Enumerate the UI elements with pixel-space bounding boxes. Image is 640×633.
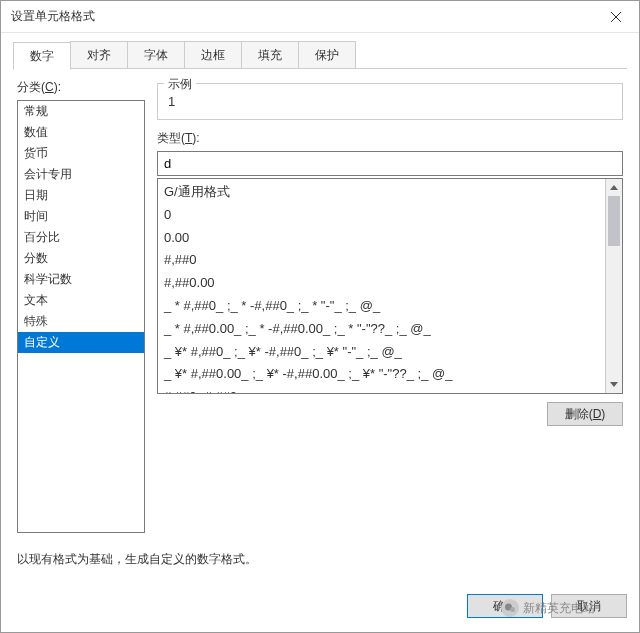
dialog-body: 数字对齐字体边框填充保护 分类(C): 常规数值货币会计专用日期时间百分比分数科… — [1, 33, 639, 584]
type-item[interactable]: _ * #,##0.00_ ;_ * -#,##0.00_ ;_ * "-"??… — [158, 318, 605, 341]
type-item[interactable]: G/通用格式 — [158, 181, 605, 204]
titlebar: 设置单元格格式 — [1, 1, 639, 33]
type-item[interactable]: #,##0.00 — [158, 272, 605, 295]
category-item[interactable]: 时间 — [18, 206, 144, 227]
category-item[interactable]: 常规 — [18, 101, 144, 122]
category-item[interactable]: 货币 — [18, 143, 144, 164]
scroll-thumb[interactable] — [608, 196, 620, 246]
close-button[interactable] — [593, 1, 639, 33]
delete-row: 删除(D) — [157, 402, 623, 426]
detail-column: 示例 1 类型(T): G/通用格式00.00#,##0#,##0.00_ * … — [157, 79, 623, 533]
type-item[interactable]: _ ¥* #,##0.00_ ;_ ¥* -#,##0.00_ ;_ ¥* "-… — [158, 363, 605, 386]
example-group: 示例 1 — [157, 83, 623, 120]
ok-button[interactable]: 确定 — [467, 594, 543, 618]
tab-2[interactable]: 字体 — [127, 41, 185, 68]
scroll-up-button[interactable] — [606, 179, 622, 196]
tab-0[interactable]: 数字 — [13, 42, 71, 70]
content-layout: 分类(C): 常规数值货币会计专用日期时间百分比分数科学记数文本特殊自定义 示例… — [17, 79, 623, 533]
scrollbar[interactable] — [605, 179, 622, 393]
type-item[interactable]: 0.00 — [158, 227, 605, 250]
hint-text: 以现有格式为基础，生成自定义的数字格式。 — [17, 551, 623, 568]
svg-marker-3 — [610, 382, 618, 387]
chevron-up-icon — [610, 185, 618, 190]
type-item[interactable]: _ * #,##0_ ;_ * -#,##0_ ;_ * "-"_ ;_ @_ — [158, 295, 605, 318]
cancel-button[interactable]: 取消 — [551, 594, 627, 618]
tab-5[interactable]: 保护 — [298, 41, 356, 68]
dialog-footer: 确定 取消 — [1, 584, 639, 632]
tab-3[interactable]: 边框 — [184, 41, 242, 68]
type-label: 类型(T): — [157, 130, 623, 147]
tab-strip: 数字对齐字体边框填充保护 — [13, 41, 627, 69]
category-item[interactable]: 日期 — [18, 185, 144, 206]
scroll-track[interactable] — [606, 196, 622, 376]
chevron-down-icon — [610, 382, 618, 387]
type-list-container: G/通用格式00.00#,##0#,##0.00_ * #,##0_ ;_ * … — [157, 178, 623, 394]
category-item[interactable]: 自定义 — [18, 332, 144, 353]
delete-button[interactable]: 删除(D) — [547, 402, 623, 426]
type-item[interactable]: _ ¥* #,##0_ ;_ ¥* -#,##0_ ;_ ¥* "-"_ ;_ … — [158, 341, 605, 364]
category-item[interactable]: 科学记数 — [18, 269, 144, 290]
svg-marker-2 — [610, 185, 618, 190]
scroll-down-button[interactable] — [606, 376, 622, 393]
example-value: 1 — [166, 90, 614, 109]
category-item[interactable]: 数值 — [18, 122, 144, 143]
category-listbox[interactable]: 常规数值货币会计专用日期时间百分比分数科学记数文本特殊自定义 — [17, 100, 145, 533]
category-item[interactable]: 文本 — [18, 290, 144, 311]
close-icon — [611, 12, 621, 22]
format-cells-dialog: 设置单元格格式 数字对齐字体边框填充保护 分类(C): 常规数值货币会计专用日期… — [0, 0, 640, 633]
example-legend: 示例 — [164, 76, 196, 93]
category-item[interactable]: 分数 — [18, 248, 144, 269]
type-item[interactable]: 0 — [158, 204, 605, 227]
category-item[interactable]: 会计专用 — [18, 164, 144, 185]
tab-content-number: 分类(C): 常规数值货币会计专用日期时间百分比分数科学记数文本特殊自定义 示例… — [13, 69, 627, 572]
window-title: 设置单元格格式 — [11, 8, 95, 25]
type-item[interactable]: #,##0 — [158, 249, 605, 272]
tab-4[interactable]: 填充 — [241, 41, 299, 68]
category-item[interactable]: 特殊 — [18, 311, 144, 332]
type-input[interactable] — [157, 151, 623, 176]
tab-1[interactable]: 对齐 — [70, 41, 128, 68]
category-label: 分类(C): — [17, 79, 145, 96]
type-item[interactable]: #,##0;-#,##0 — [158, 386, 605, 393]
category-item[interactable]: 百分比 — [18, 227, 144, 248]
category-column: 分类(C): 常规数值货币会计专用日期时间百分比分数科学记数文本特殊自定义 — [17, 79, 145, 533]
type-listbox[interactable]: G/通用格式00.00#,##0#,##0.00_ * #,##0_ ;_ * … — [158, 179, 605, 393]
